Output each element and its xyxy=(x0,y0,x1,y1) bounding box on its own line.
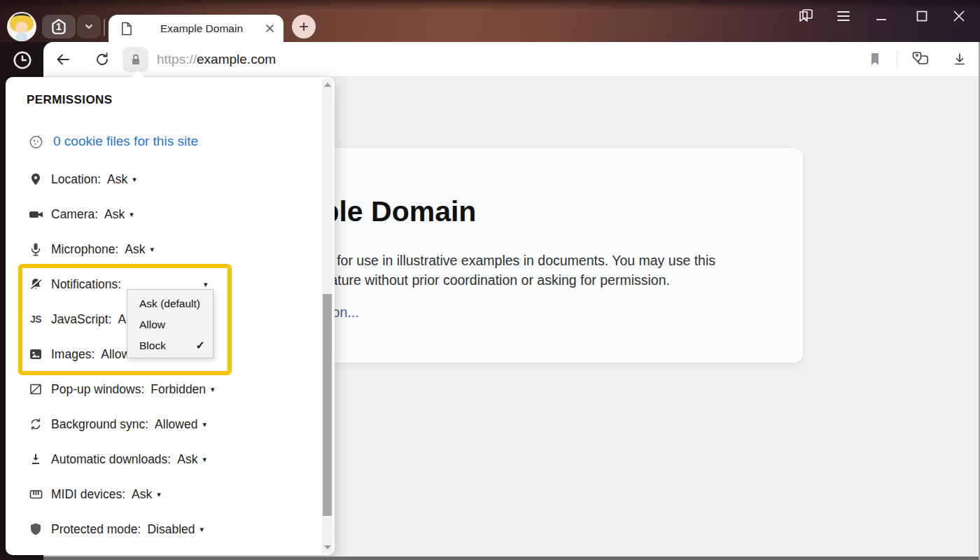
permission-label: Images: xyxy=(51,347,94,362)
avatar-face xyxy=(15,22,28,34)
history-clock-button[interactable] xyxy=(12,50,33,71)
permission-value[interactable]: Allowed xyxy=(155,417,197,432)
dropdown-item-block[interactable]: Block ✓ xyxy=(127,335,213,356)
permission-label: Camera: xyxy=(51,207,98,222)
notifications-off-icon xyxy=(27,277,45,291)
cookie-files-link[interactable]: 0 cookie files for this site xyxy=(53,134,198,149)
auto-downloads-icon xyxy=(27,452,45,466)
permission-label: Microphone: xyxy=(51,242,118,257)
permission-label: JavaScript: xyxy=(51,312,112,327)
tab-example-domain[interactable]: Example Domain xyxy=(108,15,284,42)
maximize-button[interactable] xyxy=(913,8,930,24)
cookie-files-link-row[interactable]: 0 cookie files for this site xyxy=(27,126,198,157)
tab-title: Example Domain xyxy=(139,22,265,35)
minimize-button[interactable] xyxy=(873,8,890,24)
profile-avatar[interactable] xyxy=(7,12,36,41)
bookmark-button[interactable] xyxy=(867,51,883,68)
close-icon xyxy=(953,10,965,22)
dropdown-item-ask-default[interactable]: Ask (default) ✓ xyxy=(127,293,213,314)
panel-scrollbar[interactable] xyxy=(322,79,332,553)
notifications-dropdown-menu: Ask (default) ✓ Allow ✓ Block ✓ xyxy=(127,289,214,358)
titlebar-separator xyxy=(104,19,105,36)
menu-button[interactable] xyxy=(835,8,852,24)
tab-close-icon[interactable] xyxy=(265,23,275,34)
location-pin-icon xyxy=(27,172,45,186)
dropdown-item-allow[interactable]: Allow ✓ xyxy=(127,314,213,335)
toolbar-separator xyxy=(897,50,897,69)
midi-icon xyxy=(27,487,45,501)
permission-label: Location: xyxy=(51,172,101,187)
avatar-headband xyxy=(13,13,30,22)
back-button[interactable] xyxy=(55,51,71,68)
shield-icon xyxy=(27,522,45,536)
permission-label: Notifications: xyxy=(51,277,121,292)
chevron-down-icon xyxy=(83,21,94,32)
caret-down-icon[interactable]: ▾ xyxy=(157,490,161,499)
permission-row-auto-downloads: Automatic downloads: Ask ▾ xyxy=(27,442,307,477)
url-domain: example.com xyxy=(197,52,276,66)
window-bottom-edge xyxy=(0,556,980,560)
permission-value[interactable]: Ask xyxy=(132,487,152,502)
minimize-icon xyxy=(875,10,888,22)
background-sync-icon xyxy=(27,417,45,431)
permission-row-popups: Pop-up windows: Forbidden ▾ xyxy=(27,372,307,407)
permission-label: MIDI devices: xyxy=(51,487,125,502)
permission-row-microphone: Microphone: Ask ▾ xyxy=(27,232,307,267)
caret-down-icon[interactable]: ▾ xyxy=(132,175,136,184)
check-icon: ✓ xyxy=(196,335,205,356)
permission-value[interactable]: Ask xyxy=(107,172,127,187)
dropdown-item-label: Allow xyxy=(139,318,165,330)
cookie-icon xyxy=(27,134,45,150)
toolbar: https://example.com xyxy=(43,42,980,77)
permission-row-midi: MIDI devices: Ask ▾ xyxy=(27,477,307,512)
address-bar[interactable]: https://example.com xyxy=(157,42,276,77)
downloads-button[interactable] xyxy=(951,51,968,68)
tab-groups-chevron-button[interactable] xyxy=(77,15,101,38)
dropdown-item-label: Block xyxy=(139,340,166,351)
close-window-button[interactable] xyxy=(951,8,967,24)
reload-button[interactable] xyxy=(94,51,111,68)
collections-button[interactable] xyxy=(912,51,929,68)
url-scheme: https:// xyxy=(157,52,197,66)
reload-icon xyxy=(94,51,111,68)
caret-down-icon[interactable]: ▾ xyxy=(150,245,155,254)
permission-row-background-sync: Background sync: Allowed ▾ xyxy=(27,407,307,442)
clock-icon xyxy=(12,50,33,71)
permission-label: Automatic downloads: xyxy=(51,452,171,467)
scroll-down-arrow-icon[interactable] xyxy=(324,545,331,550)
collections-tag-icon xyxy=(911,50,930,69)
permission-value[interactable]: Ask xyxy=(104,207,125,222)
caret-down-icon[interactable]: ▾ xyxy=(211,385,215,394)
titlebar: 1 Example Domain + xyxy=(0,0,980,42)
images-icon xyxy=(27,347,45,361)
caret-down-icon[interactable]: ▾ xyxy=(202,455,206,464)
caret-down-icon[interactable]: ▾ xyxy=(130,210,134,219)
dropdown-item-label: Ask (default) xyxy=(139,298,200,309)
popup-blocked-icon xyxy=(27,382,45,396)
panel-beak xyxy=(132,70,144,77)
scrollbar-thumb[interactable] xyxy=(323,294,332,516)
site-security-button[interactable] xyxy=(122,47,148,72)
caret-down-icon[interactable]: ▾ xyxy=(200,525,204,534)
lock-icon xyxy=(129,52,143,66)
dialogs-button[interactable] xyxy=(797,8,814,24)
dialogs-bookmark-icon xyxy=(797,8,815,24)
caret-down-icon[interactable]: ▾ xyxy=(204,280,208,289)
permission-value[interactable]: Ask xyxy=(125,242,145,257)
permission-label: Background sync: xyxy=(51,417,148,432)
permission-row-location: Location: Ask ▾ xyxy=(27,162,307,197)
back-arrow-icon xyxy=(55,51,71,68)
tab-groups-button[interactable]: 1 xyxy=(42,15,76,38)
bookmark-icon xyxy=(868,52,882,67)
new-tab-button[interactable]: + xyxy=(292,15,316,38)
permission-value[interactable]: Disabled xyxy=(147,522,195,537)
hamburger-icon xyxy=(836,10,850,22)
caret-down-icon[interactable]: ▾ xyxy=(202,420,206,429)
permission-value[interactable]: Ask xyxy=(177,452,197,467)
plus-icon: + xyxy=(299,17,309,36)
scroll-up-arrow-icon[interactable] xyxy=(324,83,331,87)
permission-value[interactable]: Forbidden xyxy=(150,382,206,397)
permission-label: Pop-up windows: xyxy=(51,382,144,397)
tab-count: 1 xyxy=(42,15,76,38)
permission-label: Protected mode: xyxy=(51,522,141,537)
